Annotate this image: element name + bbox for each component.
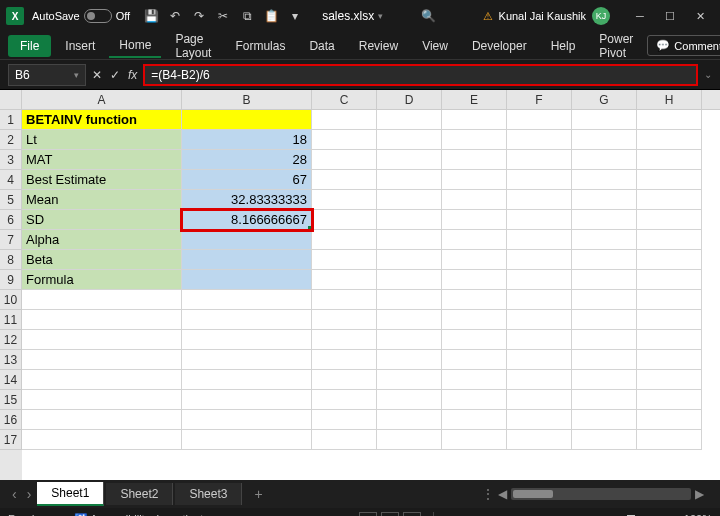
cell[interactable] — [312, 350, 377, 370]
cell[interactable] — [22, 370, 182, 390]
cell[interactable] — [507, 210, 572, 230]
cell[interactable] — [312, 410, 377, 430]
cell[interactable] — [637, 250, 702, 270]
cell[interactable] — [572, 350, 637, 370]
cut-icon[interactable]: ✂ — [216, 9, 230, 23]
row-header[interactable]: 14 — [0, 370, 22, 390]
cell[interactable] — [377, 130, 442, 150]
cell[interactable] — [507, 110, 572, 130]
cell-a5[interactable]: Mean — [22, 190, 182, 210]
row-header[interactable]: 16 — [0, 410, 22, 430]
cell[interactable] — [572, 210, 637, 230]
namebox-dropdown-icon[interactable]: ▾ — [74, 70, 79, 80]
cell[interactable] — [182, 330, 312, 350]
comments-button[interactable]: 💬 Comments — [647, 35, 720, 56]
cell[interactable] — [507, 150, 572, 170]
page-break-button[interactable] — [403, 512, 421, 516]
sheet-nav-prev-icon[interactable]: ‹ — [8, 486, 21, 502]
scroll-right-icon[interactable]: ▶ — [695, 487, 704, 501]
cell-b9[interactable] — [182, 270, 312, 290]
cell[interactable] — [507, 370, 572, 390]
tab-developer[interactable]: Developer — [462, 35, 537, 57]
scroll-left-icon[interactable]: ◀ — [498, 487, 507, 501]
cell[interactable] — [572, 430, 637, 450]
cell[interactable] — [442, 350, 507, 370]
toggle-switch[interactable] — [84, 9, 112, 23]
cell[interactable] — [182, 290, 312, 310]
fill-handle[interactable] — [308, 226, 312, 230]
cell[interactable] — [637, 430, 702, 450]
cell[interactable] — [572, 190, 637, 210]
cell-a9[interactable]: Formula — [22, 270, 182, 290]
cell[interactable] — [312, 370, 377, 390]
undo-icon[interactable]: ↶ — [168, 9, 182, 23]
cell[interactable] — [572, 250, 637, 270]
cell[interactable] — [572, 170, 637, 190]
tab-power-pivot[interactable]: Power Pivot — [589, 28, 643, 64]
cell-a6[interactable]: SD — [22, 210, 182, 230]
cell[interactable] — [637, 150, 702, 170]
cell-b6[interactable]: 8.166666667 — [182, 210, 312, 230]
sheet-tab-1[interactable]: Sheet1 — [37, 482, 104, 506]
cell[interactable] — [507, 190, 572, 210]
row-header[interactable]: 8 — [0, 250, 22, 270]
cell[interactable] — [637, 170, 702, 190]
row-header[interactable]: 17 — [0, 430, 22, 450]
cell[interactable] — [572, 290, 637, 310]
cell-b5[interactable]: 32.83333333 — [182, 190, 312, 210]
cell[interactable] — [507, 390, 572, 410]
cell-a3[interactable]: MAT — [22, 150, 182, 170]
col-header[interactable]: G — [572, 90, 637, 109]
cancel-icon[interactable]: ✕ — [92, 68, 102, 82]
row-header[interactable]: 2 — [0, 130, 22, 150]
cell[interactable] — [507, 310, 572, 330]
cell[interactable] — [312, 170, 377, 190]
tab-page-layout[interactable]: Page Layout — [165, 28, 221, 64]
add-sheet-button[interactable]: + — [244, 482, 272, 506]
maximize-button[interactable]: ☐ — [656, 4, 684, 28]
cell[interactable] — [377, 230, 442, 250]
cell[interactable] — [377, 290, 442, 310]
expand-formula-icon[interactable]: ⌄ — [704, 69, 712, 80]
copy-icon[interactable]: ⧉ — [240, 9, 254, 23]
cell[interactable] — [312, 310, 377, 330]
cell[interactable] — [637, 370, 702, 390]
cell[interactable] — [377, 370, 442, 390]
cell[interactable] — [22, 390, 182, 410]
fx-icon[interactable]: fx — [128, 68, 137, 82]
col-header[interactable]: D — [377, 90, 442, 109]
normal-view-button[interactable] — [359, 512, 377, 516]
cell[interactable] — [377, 250, 442, 270]
row-header[interactable]: 1 — [0, 110, 22, 130]
row-header[interactable]: 5 — [0, 190, 22, 210]
cell[interactable] — [312, 270, 377, 290]
close-button[interactable]: ✕ — [686, 4, 714, 28]
cell[interactable] — [182, 350, 312, 370]
cell[interactable] — [312, 110, 377, 130]
col-header[interactable]: A — [22, 90, 182, 109]
tab-review[interactable]: Review — [349, 35, 408, 57]
cell[interactable] — [442, 250, 507, 270]
cell[interactable] — [572, 330, 637, 350]
tab-help[interactable]: Help — [541, 35, 586, 57]
cell[interactable] — [182, 410, 312, 430]
cell[interactable] — [377, 150, 442, 170]
tab-view[interactable]: View — [412, 35, 458, 57]
cell[interactable] — [572, 110, 637, 130]
cell-a4[interactable]: Best Estimate — [22, 170, 182, 190]
cell[interactable] — [637, 130, 702, 150]
page-layout-button[interactable] — [381, 512, 399, 516]
row-header[interactable]: 11 — [0, 310, 22, 330]
cell[interactable] — [442, 150, 507, 170]
cell[interactable] — [507, 350, 572, 370]
tab-data[interactable]: Data — [299, 35, 344, 57]
cell[interactable] — [312, 210, 377, 230]
col-header[interactable]: F — [507, 90, 572, 109]
user-account[interactable]: ⚠ Kunal Jai Kaushik KJ — [483, 7, 610, 25]
cell-b8[interactable] — [182, 250, 312, 270]
paste-icon[interactable]: 📋 — [264, 9, 278, 23]
cell[interactable] — [442, 430, 507, 450]
cell[interactable] — [507, 330, 572, 350]
cell[interactable] — [377, 190, 442, 210]
cell[interactable] — [507, 290, 572, 310]
